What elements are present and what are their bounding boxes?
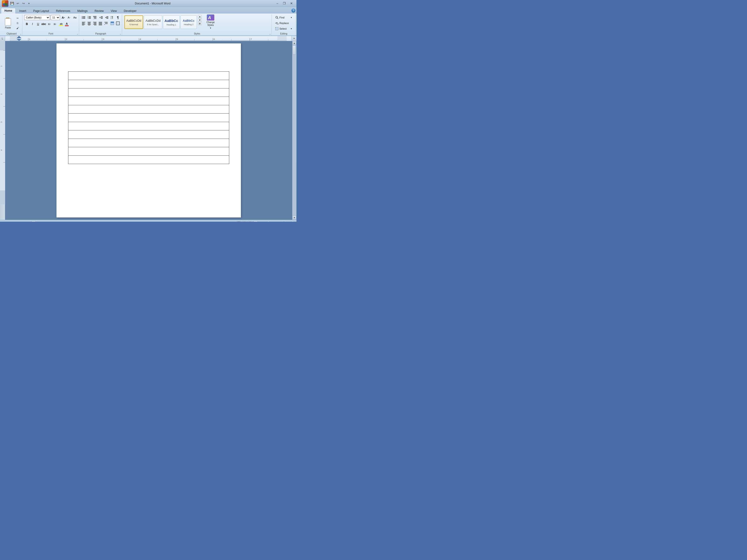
help-button[interactable]: ?	[291, 8, 295, 12]
table-row[interactable]	[69, 147, 229, 156]
cut-button[interactable]: ✂	[14, 16, 21, 21]
select-button[interactable]: Select ▼	[274, 26, 294, 31]
zoom-in-button[interactable]: +	[291, 221, 294, 222]
borders-button[interactable]	[115, 21, 121, 26]
table-row[interactable]	[69, 105, 229, 114]
print-layout-view-button[interactable]	[237, 221, 241, 222]
table-row[interactable]	[69, 114, 229, 122]
tab-references[interactable]: References	[53, 8, 74, 14]
document-table[interactable]	[68, 72, 229, 164]
sort-button[interactable]: AZ	[110, 15, 115, 20]
align-left-button[interactable]	[81, 21, 86, 26]
zoom-out-button[interactable]: −	[266, 221, 270, 222]
text-highlight-button[interactable]: ab	[59, 22, 64, 27]
tab-page-layout[interactable]: Page Layout	[30, 8, 52, 14]
document-area[interactable]	[5, 41, 292, 220]
table-cell[interactable]	[69, 97, 229, 105]
tab-review[interactable]: Review	[91, 8, 107, 14]
styles-scroll-up[interactable]: ▲	[198, 15, 202, 18]
table-row[interactable]	[69, 97, 229, 105]
subscript-button[interactable]: x2	[47, 22, 52, 27]
tab-insert[interactable]: Insert	[16, 8, 30, 14]
table-cell[interactable]	[69, 80, 229, 88]
italic-button[interactable]: I	[30, 22, 35, 27]
tab-view[interactable]: View	[107, 8, 121, 14]
style-normal-button[interactable]: AaBbCcDd ¶ Normal	[124, 16, 143, 29]
change-styles-button[interactable]: A ChangeStyles ▼	[202, 15, 219, 28]
styles-expand-icon[interactable]: ⌄	[269, 33, 271, 35]
align-center-button[interactable]	[86, 21, 92, 26]
table-cell[interactable]	[69, 122, 229, 130]
increase-font-button[interactable]: A+	[61, 15, 66, 20]
document-page[interactable]	[56, 44, 241, 217]
tab-developer[interactable]: Developer	[120, 8, 140, 14]
close-button[interactable]: ✕	[288, 1, 294, 6]
table-row[interactable]	[69, 156, 229, 164]
spell-check-button[interactable]: ✓	[31, 221, 36, 222]
scroll-down-button[interactable]: ▼	[292, 216, 297, 220]
scroll-up-button[interactable]: ▲	[292, 41, 297, 45]
table-row[interactable]	[69, 80, 229, 88]
style-heading2-button[interactable]: AaBbCc Heading 2	[180, 16, 197, 29]
styles-scroll-down[interactable]: ▼	[198, 19, 202, 22]
decrease-indent-button[interactable]	[99, 15, 104, 20]
table-cell[interactable]	[69, 105, 229, 114]
shading-button[interactable]	[110, 21, 115, 26]
font-name-select[interactable]: Calibri (Body)	[24, 15, 50, 20]
tab-mailings[interactable]: Mailings	[74, 8, 91, 14]
table-cell[interactable]	[69, 114, 229, 122]
paragraph-expand-icon[interactable]: ⌄	[120, 33, 121, 35]
table-cell[interactable]	[69, 139, 229, 147]
font-size-select[interactable]: 11	[51, 15, 60, 20]
restore-button[interactable]: ❐	[281, 1, 288, 6]
table-row[interactable]	[69, 130, 229, 139]
quick-access-dropdown[interactable]: ▼	[27, 1, 31, 6]
increase-indent-button[interactable]	[104, 15, 109, 20]
style-no-spacing-button[interactable]: AaBbCcDd ¶ No Spaci...	[144, 16, 162, 29]
scroll-thumb[interactable]	[292, 45, 296, 55]
table-row[interactable]	[69, 88, 229, 97]
decrease-font-button[interactable]: A−	[67, 15, 72, 20]
justify-button[interactable]	[98, 21, 103, 26]
styles-more-button[interactable]: ⊞	[198, 22, 202, 25]
multilevel-list-button[interactable]	[92, 15, 97, 20]
style-heading1-button[interactable]: AaBbCc Heading 1	[163, 16, 180, 29]
table-cell[interactable]	[69, 147, 229, 156]
full-screen-view-button[interactable]	[242, 221, 247, 222]
table-cell[interactable]	[69, 72, 229, 80]
line-spacing-button[interactable]	[103, 21, 108, 26]
paste-button[interactable]: Paste	[2, 16, 14, 30]
clipboard-expand-icon[interactable]: ⌄	[20, 33, 22, 35]
font-color-button[interactable]: A	[64, 22, 69, 27]
redo-button[interactable]: ↪	[21, 1, 26, 6]
zoom-slider-thumb[interactable]	[282, 221, 285, 222]
ruler-left-button[interactable]: L	[0, 36, 5, 41]
underline-button[interactable]: U	[35, 22, 41, 27]
bold-button[interactable]: B	[24, 22, 29, 27]
find-button[interactable]: Find ▼	[274, 15, 294, 20]
clear-format-button[interactable]: Aa	[72, 15, 77, 20]
show-hide-button[interactable]: ¶	[115, 15, 121, 20]
numbering-button[interactable]: 1.2.3.	[86, 15, 92, 20]
copy-button[interactable]: ⎘	[14, 21, 21, 25]
format-painter-button[interactable]: 🖌	[14, 26, 21, 30]
office-logo[interactable]	[2, 0, 8, 7]
font-expand-icon[interactable]: ⌄	[77, 33, 78, 35]
replace-button[interactable]: abcd Replace	[274, 21, 294, 26]
scroll-track[interactable]	[292, 45, 296, 216]
strikethrough-button[interactable]: abc	[41, 22, 46, 27]
web-layout-view-button[interactable]	[248, 221, 252, 222]
tab-home[interactable]: Home	[1, 8, 16, 14]
minimize-button[interactable]: –	[274, 1, 281, 6]
save-button[interactable]: 💾	[10, 1, 15, 6]
table-cell[interactable]	[69, 88, 229, 97]
table-cell[interactable]	[69, 156, 229, 164]
undo-button[interactable]: ↩	[16, 1, 20, 6]
table-row[interactable]	[69, 72, 229, 80]
align-right-button[interactable]	[92, 21, 97, 26]
bullets-button[interactable]	[81, 15, 86, 20]
table-cell[interactable]	[69, 130, 229, 139]
table-row[interactable]	[69, 122, 229, 130]
outline-view-button[interactable]	[254, 221, 258, 222]
table-row[interactable]	[69, 139, 229, 147]
